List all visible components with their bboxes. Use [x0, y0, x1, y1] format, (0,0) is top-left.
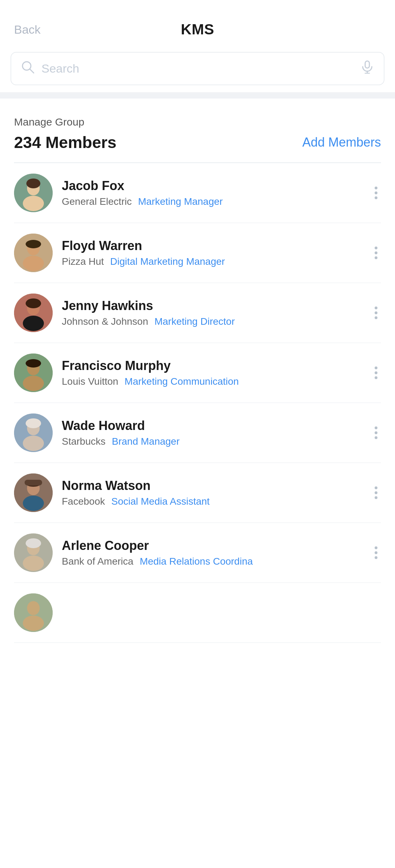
member-company: Starbucks [62, 436, 106, 447]
member-name: Floyd Warren [62, 238, 362, 253]
member-meta: Pizza Hut Digital Marketing Manager [62, 256, 362, 267]
member-meta: Louis Vuitton Marketing Communication [62, 376, 362, 387]
member-meta: Starbucks Brand Manager [62, 436, 362, 447]
svg-point-23 [23, 436, 44, 451]
avatar [14, 533, 53, 572]
search-bar [11, 52, 384, 85]
member-more-button[interactable] [371, 423, 381, 443]
avatar [14, 174, 53, 212]
member-role: Social Media Assistant [111, 496, 210, 507]
list-item: Arlene Cooper Bank of America Media Rela… [14, 523, 381, 583]
search-bar-container [0, 48, 395, 92]
list-item: Francisco Murphy Louis Vuitton Marketing… [14, 343, 381, 403]
three-dots-icon [375, 247, 377, 259]
avatar [14, 473, 53, 512]
member-name: Wade Howard [62, 418, 362, 433]
member-company: Johnson & Johnson [62, 316, 148, 327]
member-more-button[interactable] [371, 303, 381, 323]
svg-point-19 [23, 376, 44, 391]
svg-line-1 [30, 69, 34, 73]
svg-point-32 [23, 556, 44, 571]
member-info: Jenny Hawkins Johnson & Johnson Marketin… [62, 298, 362, 327]
member-company: Pizza Hut [62, 256, 104, 267]
search-icon [21, 60, 34, 77]
member-info: Jacob Fox General Electric Marketing Man… [62, 179, 362, 207]
svg-point-11 [23, 256, 44, 271]
mic-icon[interactable] [361, 60, 374, 77]
svg-point-12 [26, 240, 41, 248]
three-dots-icon [375, 546, 377, 559]
three-dots-icon [375, 366, 377, 379]
member-info: Wade Howard Starbucks Brand Manager [62, 418, 362, 447]
list-item: Jacob Fox General Electric Marketing Man… [14, 163, 381, 223]
member-meta: Johnson & Johnson Marketing Director [62, 316, 362, 327]
svg-rect-29 [25, 480, 42, 485]
members-count: 234 Members [14, 133, 117, 152]
member-company: Facebook [62, 496, 105, 507]
avatar [14, 593, 53, 632]
member-name: Francisco Murphy [62, 358, 362, 373]
list-item: Wade Howard Starbucks Brand Manager [14, 403, 381, 463]
group-section: Manage Group 234 Members Add Members Jac… [0, 102, 395, 643]
svg-point-7 [23, 196, 44, 211]
member-company: Louis Vuitton [62, 376, 118, 387]
svg-point-33 [26, 538, 41, 548]
three-dots-icon [375, 187, 377, 199]
svg-point-16 [26, 298, 41, 308]
member-name: Jenny Hawkins [62, 298, 362, 313]
search-input[interactable] [41, 62, 354, 75]
page-title: KMS [181, 21, 214, 38]
list-item: Jenny Hawkins Johnson & Johnson Marketin… [14, 283, 381, 343]
svg-rect-2 [365, 61, 369, 68]
svg-point-24 [26, 418, 41, 428]
svg-point-20 [26, 359, 41, 368]
section-divider [0, 92, 395, 99]
member-more-button[interactable] [371, 243, 381, 263]
member-role: Marketing Manager [138, 196, 223, 207]
header: Back KMS [0, 0, 395, 48]
add-members-button[interactable]: Add Members [302, 135, 381, 150]
list-item [14, 583, 381, 643]
member-company: General Electric [62, 196, 132, 207]
member-role: Brand Manager [112, 436, 180, 447]
member-role: Media Relations Coordina [140, 556, 253, 567]
three-dots-icon [375, 486, 377, 499]
svg-point-15 [23, 316, 44, 331]
member-name: Norma Watson [62, 478, 362, 493]
avatar [14, 294, 53, 332]
avatar [14, 354, 53, 392]
member-role: Marketing Communication [125, 376, 239, 387]
member-meta: General Electric Marketing Manager [62, 196, 362, 207]
member-list: Jacob Fox General Electric Marketing Man… [14, 163, 381, 643]
member-meta: Bank of America Media Relations Coordina [62, 556, 362, 567]
member-info: Norma Watson Facebook Social Media Assis… [62, 478, 362, 507]
member-more-button[interactable] [371, 183, 381, 203]
member-meta: Facebook Social Media Assistant [62, 496, 362, 507]
avatar [14, 234, 53, 272]
member-more-button[interactable] [371, 483, 381, 503]
svg-point-35 [27, 601, 40, 615]
member-role: Digital Marketing Manager [110, 256, 225, 267]
avatar [14, 413, 53, 452]
group-header-row: 234 Members Add Members [14, 133, 381, 152]
member-more-button[interactable] [371, 543, 381, 563]
back-button[interactable]: Back [14, 23, 41, 36]
member-name: Jacob Fox [62, 179, 362, 193]
svg-point-36 [23, 615, 44, 631]
member-info: Francisco Murphy Louis Vuitton Marketing… [62, 358, 362, 387]
member-name: Arlene Cooper [62, 538, 362, 553]
member-more-button[interactable] [371, 363, 381, 383]
list-item: Floyd Warren Pizza Hut Digital Marketing… [14, 223, 381, 283]
three-dots-icon [375, 426, 377, 439]
member-role: Marketing Director [154, 316, 235, 327]
member-info: Floyd Warren Pizza Hut Digital Marketing… [62, 238, 362, 267]
member-info: Arlene Cooper Bank of America Media Rela… [62, 538, 362, 567]
manage-group-label: Manage Group [14, 116, 381, 128]
svg-point-8 [26, 179, 40, 188]
svg-point-27 [23, 496, 44, 511]
three-dots-icon [375, 307, 377, 319]
member-company: Bank of America [62, 556, 133, 567]
list-item: Norma Watson Facebook Social Media Assis… [14, 463, 381, 523]
